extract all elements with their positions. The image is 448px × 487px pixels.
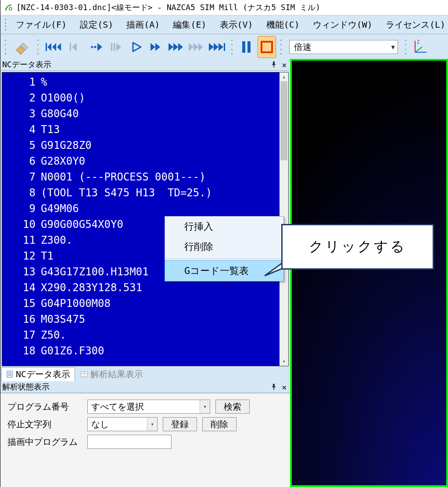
delete-button[interactable]: 削除 [202,417,237,431]
scroll-down-icon[interactable]: ▾ [280,357,288,366]
titlebar: [NZC-14-0303-01.dnc]<線モード> - NAZCA5 SIM … [0,0,448,15]
menu-view[interactable]: 表示(V) [214,17,259,32]
fast-forward-3-button[interactable] [168,36,186,58]
register-button[interactable]: 登録 [163,417,197,431]
svg-point-0 [9,7,12,10]
tool-button[interactable] [11,36,33,58]
nc-line[interactable]: 2O1000() [2,90,280,106]
line-number: 6 [2,153,41,169]
close-icon[interactable]: ✕ [281,61,287,68]
svg-marker-16 [151,43,155,51]
pin-icon[interactable] [271,384,277,390]
search-button[interactable]: 検索 [215,400,250,414]
stop-string-value: なし [91,418,109,430]
nc-line[interactable]: 18G01Z6.F300 [2,343,280,359]
nc-code: Z300. [41,232,72,248]
nc-line[interactable]: 3G80G40 [2,106,280,122]
program-number-label: プログラム番号 [7,401,82,413]
stop-string-select[interactable]: なし ▾ [87,417,158,431]
slow-play-button[interactable] [87,36,106,58]
svg-marker-26 [219,43,223,51]
stop-button[interactable] [258,36,276,58]
nc-line[interactable]: 16M03S475 [2,311,280,327]
rewind-all-button[interactable] [43,36,65,58]
drawing-program-field[interactable] [87,435,172,449]
nc-line[interactable]: 15G04P1000M08 [2,296,280,311]
line-number: 3 [2,106,41,122]
svg-rect-29 [247,41,251,53]
nc-line[interactable]: 6G28X0Y0 [2,153,280,169]
nc-line[interactable]: 4T13 [2,122,280,137]
context-menu-insert-row[interactable]: 行挿入 [165,216,283,237]
simulation-viewport[interactable] [290,59,448,487]
skip-end-button[interactable] [208,36,227,58]
svg-rect-12 [111,43,112,51]
nc-line[interactable]: 7N0001 (---PROCESS 0001---) [2,169,280,185]
nc-line[interactable]: 1% [2,74,280,90]
toolbar: 倍速 ▼ Z [0,34,448,60]
drawing-program-label: 描画中プログラム [7,436,82,448]
line-number: 10 [2,216,41,232]
step-back-button[interactable] [67,36,86,58]
program-number-select[interactable]: すべてを選択 ▾ [87,400,210,414]
line-number: 2 [2,90,41,106]
tab-analysis[interactable]: 解析結果表示 [76,367,148,381]
play-button[interactable] [128,36,146,58]
table-icon [81,371,88,378]
chevron-down-icon: ▼ [391,43,395,51]
fast-forward-button[interactable] [148,36,166,58]
svg-line-34 [415,47,422,52]
nc-line[interactable]: 14X290.283Y128.531 [2,280,280,296]
menu-window[interactable]: ウィンドウ(W) [307,17,379,32]
nc-code: G49M06 [41,201,79,216]
pause-button[interactable] [237,36,256,58]
svg-marker-15 [133,43,141,51]
menu-edit[interactable]: 編集(E) [167,17,212,32]
fast-forward-disabled-button[interactable] [188,36,207,58]
svg-marker-25 [214,43,219,51]
slow-play-disabled-button[interactable] [108,36,126,58]
nc-code: G28X0Y0 [41,153,85,169]
status-panel-title: 解析状態表示 [2,382,50,392]
nc-line[interactable]: 8(TOOL T13 S475 H13 TD=25.) [2,185,280,201]
menu-draw[interactable]: 描画(A) [120,17,166,32]
menubar: ファイル(F) 設定(S) 描画(A) 編集(E) 表示(V) 機能(C) ウィ… [0,15,448,34]
pin-icon[interactable] [271,61,277,68]
nc-line[interactable]: 17Z50. [2,327,280,343]
nc-code: M03S475 [41,311,85,327]
nc-line[interactable]: 5G91G28Z0 [2,137,280,153]
close-icon[interactable]: ✕ [281,384,287,390]
svg-text:Z: Z [417,40,419,44]
app-icon [4,3,13,12]
nc-code: O1000() [41,90,85,106]
line-number: 1 [2,74,41,90]
context-menu-delete-row[interactable]: 行削除 [165,237,283,257]
stop-string-label: 停止文字列 [7,418,82,430]
status-panel-header: 解析状態表示 ✕ [0,381,290,393]
svg-rect-13 [114,43,115,51]
nc-code: G80G40 [41,106,79,122]
svg-point-10 [94,46,97,48]
scroll-up-icon[interactable]: ▴ [280,72,288,81]
toolbar-handle-icon [4,18,6,31]
nc-code: Z50. [41,327,66,343]
nc-line[interactable]: 9G49M06 [2,201,280,216]
nc-code: (TOOL T13 S475 H13 TD=25.) [41,185,212,201]
menu-function[interactable]: 機能(C) [260,17,306,32]
menu-license[interactable]: ライセンス(L) [380,17,448,32]
tab-label: 解析結果表示 [90,368,143,380]
tab-ncdata[interactable]: NCデータ表示 [1,367,75,381]
svg-rect-7 [70,43,71,51]
axis-button[interactable]: Z [411,36,430,58]
menu-settings[interactable]: 設定(S) [74,17,119,32]
speed-select-value: 倍速 [294,41,312,53]
line-number: 8 [2,185,41,201]
menu-file[interactable]: ファイル(F) [10,17,73,32]
svg-marker-17 [155,43,160,51]
nc-code: G01Z6.F300 [41,343,104,359]
svg-marker-14 [116,43,121,51]
nc-code: G91G28Z0 [41,137,92,153]
line-number: 16 [2,311,41,327]
speed-select[interactable]: 倍速 ▼ [289,40,398,54]
toolbar-handle-icon [280,38,283,56]
